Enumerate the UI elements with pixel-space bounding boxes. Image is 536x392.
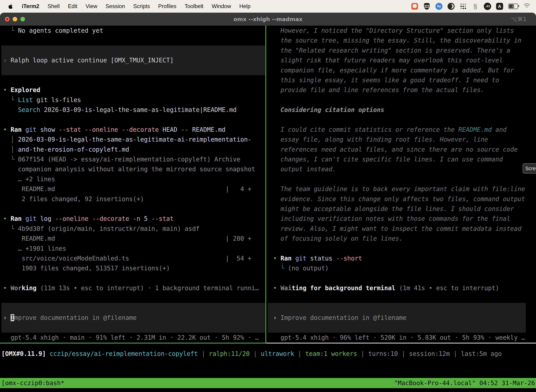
terminal-row: Considering citation options bbox=[266, 105, 536, 115]
terminal-row: › Improve documentation in @filename bbox=[268, 313, 526, 323]
terminal-row: this single essay, it seems like a good … bbox=[266, 75, 536, 85]
menu-item-window[interactable]: Window bbox=[212, 3, 231, 9]
pane-divider[interactable] bbox=[265, 26, 266, 343]
terminal-row: └ No agents completed yet bbox=[0, 26, 265, 36]
terminal-row: • Ran git log --oneline --decorate -n 5 … bbox=[0, 214, 265, 224]
terminal-row: 2 files changed, 92 insertions(+) bbox=[0, 194, 265, 204]
menu-item-view[interactable]: View bbox=[86, 3, 97, 9]
apple-menu-icon[interactable] bbox=[8, 3, 14, 10]
terminal-row: the source tree, missing the essay. Stil… bbox=[266, 36, 536, 45]
terminal-row bbox=[0, 75, 265, 85]
terminal-row: gpt-5.4 xhigh · main · 91% left · 2.31M … bbox=[0, 333, 265, 342]
chat-icon[interactable] bbox=[411, 3, 418, 10]
battery-charging-icon[interactable] bbox=[508, 3, 518, 10]
pane-bottom-border bbox=[0, 343, 536, 344]
gauge-61-icon[interactable]: ..61 bbox=[484, 3, 491, 10]
dots-grid-icon[interactable] bbox=[459, 3, 467, 10]
terminal-row: 1903 files changed, 513517 insertions(+) bbox=[0, 263, 265, 273]
terminal-row: • Waiting for background terminal (1m 41… bbox=[266, 283, 536, 293]
terminal-row: including verification notes with those … bbox=[266, 214, 536, 224]
terminal-row: might be acceptable alongside the file l… bbox=[266, 204, 536, 214]
left-prompt-lines: › Improve documentation in @filename bbox=[1, 303, 265, 333]
terminal-row: output instead. bbox=[266, 164, 536, 174]
menu-item-iterm2[interactable]: iTerm2 bbox=[22, 3, 39, 9]
terminal-row: └ List git ls-files bbox=[0, 95, 265, 105]
tmux-status-bar: [omx-cczip0:bash* "MacBook-Pro-44.local"… bbox=[0, 378, 536, 388]
shield-icon[interactable] bbox=[423, 3, 431, 10]
terminal-row bbox=[0, 36, 265, 45]
window-title: omx --xhigh --madmax bbox=[0, 13, 536, 26]
terminal-row: │ and-the-erosion-of-copyleft.md bbox=[0, 145, 265, 154]
menu-item-scripts[interactable]: Scripts bbox=[133, 3, 150, 9]
terminal-row: I could cite commit statistics or refere… bbox=[266, 125, 536, 135]
terminal-row: references need actual files, and since … bbox=[266, 145, 536, 154]
menu-item-edit[interactable]: Edit bbox=[68, 3, 77, 9]
terminal-row bbox=[1, 65, 265, 75]
terminal-row bbox=[0, 293, 265, 303]
terminal-row: └ 067f154 (HEAD -> essay/ai-reimplementa… bbox=[0, 154, 265, 164]
terminal-row: The team guideline is to back every impo… bbox=[266, 184, 536, 194]
terminal-row bbox=[268, 303, 526, 313]
menu-items: iTerm2ShellEditViewSessionScriptsProfile… bbox=[22, 3, 259, 9]
pane-bottom-border-inactive bbox=[266, 343, 536, 344]
right-prompt-box[interactable]: › Improve documentation in @filename bbox=[268, 303, 526, 333]
terminal-row: │ 2026-03-09-is-legal-the-same-as-legiti… bbox=[0, 135, 265, 144]
moon-icon[interactable] bbox=[447, 3, 455, 10]
terminal-row: • Ran git status --short bbox=[266, 253, 536, 263]
terminal-row: of focusing solely on file lines. bbox=[266, 233, 536, 243]
menu-item-profiles[interactable]: Profiles bbox=[158, 3, 176, 9]
screen-notification-tooltip[interactable]: Scre bbox=[523, 163, 536, 173]
terminal-row: the "Related research writing" section i… bbox=[266, 46, 536, 55]
tmux-session-label[interactable]: [omx-cczip0:bash* bbox=[0, 378, 64, 388]
menu-item-toolbelt[interactable]: Toolbelt bbox=[185, 3, 203, 9]
left-pane[interactable]: └ No agents completed yet › Ralph loop a… bbox=[0, 26, 265, 343]
terminal-row: README.md | 280 + bbox=[0, 233, 265, 243]
terminal-row: • Explored bbox=[0, 85, 265, 95]
menu-item-shell[interactable]: Shell bbox=[48, 3, 60, 9]
terminal-row bbox=[0, 204, 265, 214]
terminal-row: However, I noticed the "Directory Struct… bbox=[266, 26, 536, 36]
terminal-row bbox=[1, 46, 265, 55]
pane-bottom-border-active bbox=[0, 343, 266, 344]
terminal-row: › Ralph loop active continue [OMX_TMUX_I… bbox=[1, 55, 265, 65]
terminal-row bbox=[1, 323, 265, 333]
terminal-row: … +1901 lines bbox=[0, 244, 265, 253]
terminal-row bbox=[266, 244, 536, 253]
right-prompt-lines: › Improve documentation in @filename bbox=[268, 303, 526, 333]
terminal-row bbox=[266, 273, 536, 283]
terminal-row bbox=[268, 323, 526, 333]
menu-item-session[interactable]: Session bbox=[105, 3, 125, 9]
terminal-row: … +2 lines bbox=[0, 174, 265, 184]
terminal-row: README.md | 4 + bbox=[0, 184, 265, 194]
ralph-loop-box: › Ralph loop active continue [OMX_TMUX_I… bbox=[1, 46, 265, 75]
window-shortcut-badge: ⌥⌘1 bbox=[511, 13, 526, 26]
menu-status-icons: § ..61 A bbox=[411, 3, 531, 10]
terminal-row: [OMX#0.11.9] cczip/essay/ai-reimplementa… bbox=[0, 349, 536, 359]
terminal-row: provide file and line references from th… bbox=[266, 85, 536, 95]
ralph-loop-lines: › Ralph loop active continue [OMX_TMUX_I… bbox=[1, 46, 265, 75]
right-model-status-line: gpt-5.4 xhigh · 96% left · 520K in · 5.8… bbox=[266, 333, 536, 342]
squiggle-icon[interactable]: § bbox=[472, 3, 479, 10]
terminal-row: └ 4b9d30f (origin/main, instructkr/main,… bbox=[0, 224, 265, 233]
right-pane[interactable]: However, I noticed the "Directory Struct… bbox=[266, 26, 536, 343]
menu-item-help[interactable]: Help bbox=[239, 3, 251, 9]
terminal-row: Search 2026-03-09-is-legal-the-same-as-l… bbox=[0, 105, 265, 115]
terminal-row: review. Also, I might want to inspect th… bbox=[266, 224, 536, 233]
blue-badge-icon[interactable] bbox=[435, 3, 443, 10]
terminal-row: • Ran git show --stat --oneline --decora… bbox=[0, 125, 265, 135]
terminal-row bbox=[266, 95, 536, 105]
terminal-row: • Working (11m 13s • esc to interrupt) ·… bbox=[0, 283, 265, 293]
a-square-icon[interactable]: A bbox=[496, 3, 503, 10]
terminal-row bbox=[1, 303, 265, 313]
left-pane-top-lines: └ No agents completed yet bbox=[0, 26, 265, 46]
terminal-row: └ (no output) bbox=[266, 263, 536, 273]
terminal-row: companion analysis without altering the … bbox=[0, 164, 265, 174]
terminal-row: slight risk that future readers may over… bbox=[266, 55, 536, 65]
left-model-status-line: gpt-5.4 xhigh · main · 91% left · 2.31M … bbox=[0, 333, 265, 342]
terminal-row: companion file, especially if more comme… bbox=[266, 65, 536, 75]
wifi-icon[interactable] bbox=[523, 3, 531, 9]
window-title-bar[interactable]: omx --xhigh --madmax ⌥⌘1 bbox=[0, 13, 536, 26]
left-prompt-box[interactable]: › Improve documentation in @filename bbox=[1, 303, 265, 333]
terminal-row: src/voice/voiceModeEnabled.ts | 54 + bbox=[0, 253, 265, 263]
right-pane-body-lines: However, I noticed the "Directory Struct… bbox=[266, 26, 536, 303]
